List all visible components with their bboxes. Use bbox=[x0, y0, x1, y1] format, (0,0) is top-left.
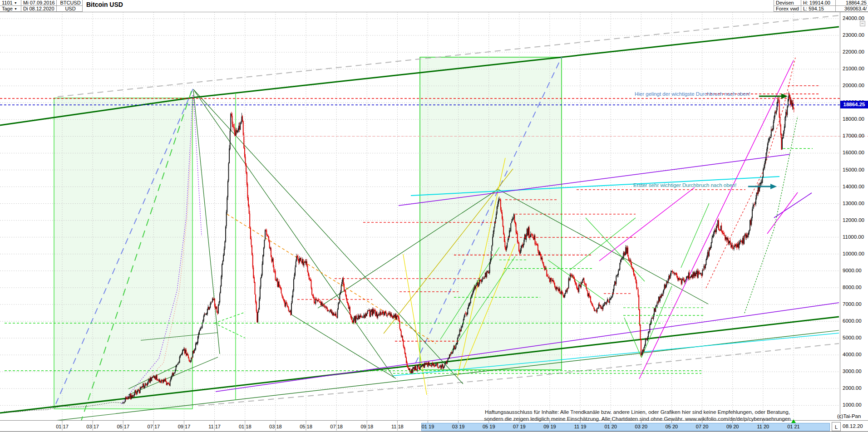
y-tick-label: 11000.00 bbox=[843, 234, 864, 240]
x-tick-label: 01 20 bbox=[602, 424, 620, 429]
x-tick-label: 01 17 bbox=[53, 424, 71, 429]
y-tick-label: 5000.00 bbox=[843, 335, 862, 340]
x-tick-label: 05 17 bbox=[114, 424, 132, 429]
x-tick-label: 05 20 bbox=[662, 424, 681, 429]
x-tick-label: 11 17 bbox=[206, 424, 224, 429]
symbol-cell[interactable]: BTCUSD bbox=[57, 0, 83, 6]
x-tick-label: 05 19 bbox=[480, 424, 498, 429]
y-tick-label: 7000.00 bbox=[843, 301, 862, 307]
x-tick-label: 09 17 bbox=[175, 424, 193, 429]
y-tick-label: 20000.00 bbox=[843, 83, 864, 88]
end-date-cell[interactable]: Di 08.12.2020 bbox=[21, 6, 57, 12]
y-tick-label: 4000.00 bbox=[843, 352, 862, 357]
latest-flag-cell: L bbox=[832, 422, 841, 431]
x-tick-label: 03 20 bbox=[632, 424, 650, 429]
annotation-breakout-first: Erster sehr wichtiger Durchbruch nach ob… bbox=[633, 182, 737, 188]
x-tick-label: 05 18 bbox=[297, 424, 315, 429]
market-type-label: Devisen bbox=[774, 0, 801, 6]
y-tick-label: 15000.00 bbox=[843, 167, 864, 172]
y-tick-label: 16000.00 bbox=[843, 150, 864, 155]
x-tick-label: 11 20 bbox=[754, 424, 772, 429]
chevron-down-icon: ▼ bbox=[14, 1, 17, 5]
x-tick-label: 01 21 bbox=[784, 424, 803, 429]
latest-date-label: 08.12.20 bbox=[843, 423, 863, 429]
taipan-window: 1101 ▼ Mi 07.09.2016 BTCUSD Tage ▼ Di 08… bbox=[0, 0, 868, 432]
y-tick-label: 18000.00 bbox=[843, 116, 864, 122]
disclaimer-line1: Haftungsausschluss für Inhalte: Alle Tre… bbox=[468, 408, 807, 415]
x-tick-label: 03 18 bbox=[266, 424, 285, 429]
data-feed-label: Forex vwd bbox=[774, 6, 801, 12]
period-dropdown[interactable]: Tage ▼ bbox=[0, 6, 21, 12]
currency-cell: USD bbox=[57, 6, 83, 12]
current-price-tag: 18864.25 bbox=[840, 101, 868, 108]
x-tick-label: 11 19 bbox=[571, 424, 589, 429]
x-tick-label: 09 18 bbox=[358, 424, 376, 429]
x-tick-label: 07 17 bbox=[144, 424, 163, 429]
x-tick-label: 07 20 bbox=[693, 424, 711, 429]
y-tick-label: 10000.00 bbox=[843, 251, 864, 256]
y-tick-label: 22000.00 bbox=[843, 49, 864, 54]
chart-id-dropdown[interactable]: 1101 ▼ bbox=[0, 0, 21, 6]
y-tick-label: 14000.00 bbox=[843, 184, 864, 189]
y-tick-label: 21000.00 bbox=[843, 66, 864, 71]
y-tick-label: 13000.00 bbox=[843, 201, 864, 206]
y-tick-label: 6000.00 bbox=[843, 318, 862, 324]
y-tick-label: 9000.00 bbox=[843, 268, 862, 273]
x-tick-label: 03 17 bbox=[84, 424, 102, 429]
x-tick-label: 01 18 bbox=[236, 424, 254, 429]
low-value: L: 594.15 bbox=[801, 6, 835, 12]
x-tick-label: 09 20 bbox=[724, 424, 742, 429]
high-value: H: 19914.00 bbox=[801, 0, 835, 6]
y-tick-label: 23000.00 bbox=[843, 32, 864, 38]
x-tick-label: 01 19 bbox=[419, 424, 437, 429]
y-tick-label: 12000.00 bbox=[843, 217, 864, 223]
disclaimer-text: Haftungsausschluss für Inhalte: Alle Tre… bbox=[468, 408, 807, 422]
disclaimer-line2: sondern die zeigen lediglich meine Einsc… bbox=[468, 415, 807, 422]
y-tick-label: 1000.00 bbox=[843, 402, 862, 407]
collapse-axis-button[interactable]: − bbox=[860, 21, 865, 26]
x-tick-label: 07 19 bbox=[510, 424, 528, 429]
last-price-value: 18864.25 bbox=[835, 0, 868, 6]
copyright-label: (c)Tai-Pan bbox=[837, 413, 861, 419]
chart-title: Bitcoin USD bbox=[86, 1, 123, 8]
x-tick-label: 11 18 bbox=[388, 424, 406, 429]
start-date-cell[interactable]: Mi 07.09.2016 bbox=[21, 0, 57, 6]
price-chart-canvas[interactable] bbox=[0, 0, 868, 432]
annotation-breakout-major: Hier gelingt der wichtigste Durchbruch n… bbox=[635, 91, 750, 97]
x-tick-label: 09 19 bbox=[541, 424, 559, 429]
y-tick-label: 8000.00 bbox=[843, 285, 862, 290]
y-tick-label: 2000.00 bbox=[843, 385, 862, 391]
x-tick-label: 07 18 bbox=[327, 424, 345, 429]
y-tick-label: 3000.00 bbox=[843, 368, 862, 374]
chevron-down-icon: ▼ bbox=[14, 7, 17, 10]
volume-value: 369063.4/ bbox=[835, 6, 868, 12]
y-tick-label: 17000.00 bbox=[843, 133, 864, 138]
x-tick-label: 03 19 bbox=[449, 424, 468, 429]
y-tick-label: 24000.00 bbox=[843, 15, 864, 21]
